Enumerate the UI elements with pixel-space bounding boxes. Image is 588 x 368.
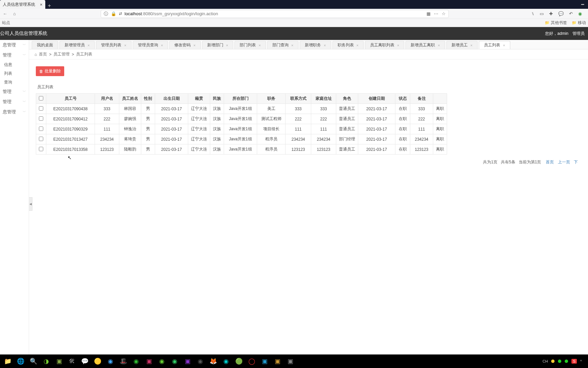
content-tab[interactable]: 部门列表×: [235, 41, 266, 49]
close-icon[interactable]: ×: [88, 43, 90, 47]
terminal-icon[interactable]: ▣: [54, 356, 64, 366]
sidebar-group[interactable]: 管理﹀: [0, 87, 29, 97]
lock-icon[interactable]: 🔒: [111, 11, 116, 16]
qr-icon[interactable]: ▦: [426, 11, 431, 16]
content-tab[interactable]: 新增部门×: [202, 41, 233, 49]
close-tab-icon[interactable]: ×: [40, 2, 43, 7]
sidebar-item[interactable]: 信息: [0, 60, 29, 69]
close-icon[interactable]: ×: [357, 43, 359, 47]
browser-tab[interactable]: 人员信息管理系统 ×: [0, 0, 45, 9]
close-icon[interactable]: ×: [397, 43, 399, 47]
close-icon[interactable]: ×: [259, 43, 261, 47]
cell[interactable]: 离职: [433, 114, 447, 124]
spring-icon[interactable]: ◉: [157, 356, 167, 366]
reader-icon[interactable]: ▭: [540, 11, 544, 16]
chromium-icon[interactable]: ◉: [105, 356, 116, 366]
word-icon[interactable]: ▣: [260, 356, 270, 366]
explorer-icon[interactable]: 📁: [3, 356, 13, 366]
chrome2-icon[interactable]: 🟢: [234, 356, 244, 366]
other-bookmarks[interactable]: 其他书签: [545, 20, 567, 26]
row-checkbox[interactable]: [39, 106, 43, 111]
row-checkbox[interactable]: [39, 147, 43, 151]
info-icon[interactable]: ⓘ: [104, 11, 108, 17]
wechat-dev-icon[interactable]: ◑: [41, 356, 51, 366]
tools-icon[interactable]: 🛠: [67, 356, 77, 366]
extension-icon[interactable]: ✚: [549, 11, 553, 16]
row-checkbox[interactable]: [39, 137, 43, 141]
new-tab-button[interactable]: +: [45, 3, 54, 9]
tray-icon-3[interactable]: [565, 360, 568, 363]
ime-indicator[interactable]: CH: [543, 359, 548, 363]
sidebar-item[interactable]: 列表: [0, 69, 29, 78]
sidebar-group[interactable]: 管理﹀: [0, 50, 29, 60]
app-icon-3[interactable]: ◉: [170, 356, 180, 366]
breadcrumb-group[interactable]: 员工管理: [53, 51, 70, 57]
content-tab[interactable]: 新增员工离职×: [406, 41, 445, 49]
globe-icon[interactable]: 🌐: [16, 356, 26, 366]
sidebar-group[interactable]: 息管理﹀: [0, 107, 29, 117]
content-tab[interactable]: 管理员列表×: [96, 41, 131, 49]
library-icon[interactable]: ⑊: [532, 11, 534, 16]
close-icon[interactable]: ×: [438, 43, 440, 47]
content-tab[interactable]: 新增管理员×: [59, 41, 95, 49]
chrome-icon[interactable]: 🟡: [93, 356, 103, 366]
cell[interactable]: 离职: [433, 124, 447, 134]
pager-first[interactable]: 首页: [546, 160, 554, 164]
breadcrumb-home[interactable]: 首页: [39, 51, 47, 57]
app-icon-2[interactable]: ◉: [131, 356, 141, 366]
content-tab[interactable]: 部门查询×: [267, 41, 298, 49]
tray-s[interactable]: S: [571, 359, 577, 364]
close-icon[interactable]: ×: [124, 43, 126, 47]
content-tab[interactable]: 新增职务×: [300, 41, 331, 49]
notepad-icon[interactable]: ▣: [272, 356, 283, 366]
sidebar-collapse-handle[interactable]: ◀: [29, 197, 32, 211]
wechat-icon[interactable]: 💬: [80, 356, 90, 366]
close-icon[interactable]: ×: [503, 43, 505, 47]
select-all-checkbox[interactable]: [39, 96, 43, 100]
home-icon[interactable]: ⌂: [11, 11, 18, 17]
content-tab[interactable]: 新增员工×: [446, 41, 477, 49]
permissions-icon[interactable]: ⇄: [119, 12, 122, 16]
row-checkbox[interactable]: [39, 127, 43, 131]
firefox-icon[interactable]: 🦊: [208, 356, 218, 366]
content-tab[interactable]: 员工离职列表×: [365, 41, 404, 49]
sidebar-group[interactable]: 息管理﹀: [0, 40, 29, 50]
vs-icon[interactable]: ▣: [182, 356, 193, 366]
opera-icon[interactable]: ◯: [247, 356, 257, 366]
close-icon[interactable]: ×: [161, 43, 163, 47]
back-icon[interactable]: ←: [2, 11, 8, 17]
cell[interactable]: 离职: [433, 134, 447, 144]
cell[interactable]: 离职: [433, 104, 447, 114]
bookmark-star-icon[interactable]: ☆: [442, 11, 446, 16]
tray-icon-1[interactable]: [551, 360, 555, 363]
code-icon[interactable]: ▣: [285, 356, 295, 366]
edge-icon[interactable]: ◉: [221, 356, 231, 366]
tray-expand-icon[interactable]: ^: [580, 359, 582, 363]
content-tab[interactable]: 我的桌面: [32, 41, 58, 49]
close-icon[interactable]: ×: [226, 43, 228, 47]
app-icon-1[interactable]: 🎩: [118, 356, 128, 366]
batch-delete-button[interactable]: 🗑 批量删除: [36, 66, 64, 76]
close-icon[interactable]: ×: [324, 43, 326, 47]
mobile-bookmarks[interactable]: 移动: [572, 20, 586, 26]
undo-icon[interactable]: ↶: [569, 11, 573, 16]
search-icon[interactable]: 🔍: [28, 356, 39, 366]
profile-icon[interactable]: ◉: [578, 11, 582, 16]
minimize-icon[interactable]: ━: [581, 2, 584, 7]
eclipse-icon[interactable]: ◉: [195, 356, 205, 366]
content-tab[interactable]: 管理员查询×: [133, 41, 168, 49]
intellij-icon[interactable]: ▣: [144, 356, 154, 366]
user-role[interactable]: 管理员: [572, 31, 585, 37]
content-tab[interactable]: 修改密码×: [169, 41, 200, 49]
content-tab[interactable]: 员工列表×: [479, 41, 510, 49]
chat-icon[interactable]: 💬: [558, 11, 564, 16]
sidebar-group[interactable]: 管理﹀: [0, 97, 29, 107]
close-icon[interactable]: ×: [193, 43, 195, 47]
cell[interactable]: 离职: [433, 144, 447, 155]
row-checkbox[interactable]: [39, 116, 43, 121]
close-icon[interactable]: ×: [470, 43, 472, 47]
bookmark-item[interactable]: 站点: [2, 20, 10, 26]
more-icon[interactable]: ⋯: [434, 11, 438, 16]
home-icon[interactable]: ⌂: [34, 52, 37, 57]
url-bar[interactable]: ⓘ 🔒 ⇄ localhost:8080/ssm_gsryxxglxt/logi…: [101, 10, 449, 18]
